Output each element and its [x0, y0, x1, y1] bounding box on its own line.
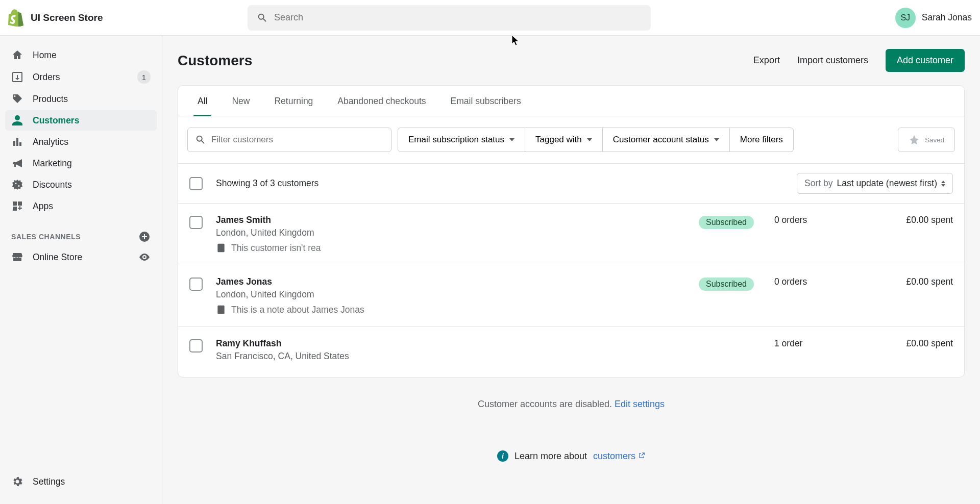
customer-list: James Smith London, United Kingdom This …	[178, 203, 964, 377]
star-icon	[909, 134, 920, 145]
note-icon	[216, 304, 226, 315]
filter-tagged[interactable]: Tagged with	[525, 128, 603, 152]
discount-icon	[11, 179, 23, 191]
disabled-text: Customer accounts are disabled.	[478, 399, 615, 409]
user-menu[interactable]: SJ Sarah Jonas	[895, 8, 972, 28]
sidebar: Home Orders 1 Products Customers Analyti…	[0, 36, 162, 504]
saved-label: Saved	[925, 136, 944, 144]
row-checkbox[interactable]	[189, 216, 203, 229]
showing-count: Showing 3 of 3 customers	[216, 178, 318, 189]
nav-analytics[interactable]: Analytics	[5, 132, 157, 152]
main-content: Customers Export Import customers Add cu…	[162, 36, 980, 504]
customers-card: All New Returning Abandoned checkouts Em…	[178, 85, 965, 377]
accounts-disabled-note: Customer accounts are disabled. Edit set…	[178, 399, 965, 410]
orders-icon	[11, 71, 23, 83]
tab-abandoned[interactable]: Abandoned checkouts	[325, 86, 438, 116]
learn-customers-link[interactable]: customers	[593, 451, 645, 462]
row-checkbox[interactable]	[189, 278, 203, 291]
nav-settings[interactable]: Settings	[5, 468, 157, 495]
search-icon	[257, 12, 268, 23]
tab-subscribers[interactable]: Email subscribers	[438, 86, 533, 116]
filter-label: Customer account status	[613, 135, 709, 145]
saved-button[interactable]: Saved	[898, 128, 955, 152]
external-link-icon	[638, 452, 645, 459]
amount-spent: £0.00 spent	[866, 215, 953, 225]
channel-online-store[interactable]: Online Store	[5, 247, 157, 267]
tag-icon	[11, 93, 23, 105]
add-channel-icon[interactable]	[138, 231, 151, 243]
edit-settings-link[interactable]: Edit settings	[615, 399, 665, 409]
avatar: SJ	[895, 8, 916, 28]
nav-label: Home	[33, 50, 151, 61]
row-main: James Jonas London, United Kingdom This …	[216, 276, 699, 315]
nav-label: Analytics	[33, 137, 151, 147]
logo-block: UI Screen Store	[8, 9, 103, 27]
customer-row[interactable]: James Smith London, United Kingdom This …	[178, 203, 964, 265]
nav-apps[interactable]: Apps	[5, 196, 157, 216]
export-button[interactable]: Export	[753, 55, 780, 66]
sort-value: Last update (newest first)	[837, 178, 937, 189]
view-store-icon[interactable]	[138, 251, 151, 263]
nav-discounts[interactable]: Discounts	[5, 174, 157, 195]
sort-carets-icon	[941, 181, 945, 187]
filter-label: More filters	[740, 135, 783, 145]
select-all-checkbox[interactable]	[189, 177, 203, 190]
customer-location: London, United Kingdom	[216, 289, 699, 300]
page-actions: Export Import customers Add customer	[753, 49, 965, 72]
amount-spent: £0.00 spent	[866, 276, 953, 287]
filter-label: Tagged with	[535, 135, 582, 145]
nav-label: Marketing	[33, 158, 151, 169]
row-checkbox[interactable]	[189, 339, 203, 352]
filter-group: Email subscription status Tagged with Cu…	[398, 128, 794, 152]
customer-row[interactable]: Ramy Khuffash San Francisco, CA, United …	[178, 326, 964, 377]
tab-all[interactable]: All	[185, 86, 219, 116]
filter-input[interactable]	[211, 135, 384, 145]
analytics-icon	[11, 136, 23, 148]
store-name[interactable]: UI Screen Store	[31, 12, 103, 23]
nav-label: Products	[33, 94, 151, 105]
learn-text: Learn more about	[514, 451, 587, 462]
row-main: Ramy Khuffash San Francisco, CA, United …	[216, 338, 693, 366]
customer-name: Ramy Khuffash	[216, 338, 693, 349]
shopify-logo-icon	[8, 9, 23, 27]
filter-account-status[interactable]: Customer account status	[603, 128, 730, 152]
megaphone-icon	[11, 157, 23, 169]
nav-products[interactable]: Products	[5, 89, 157, 109]
nav-home[interactable]: Home	[5, 45, 157, 65]
customer-name: James Jonas	[216, 276, 699, 287]
add-customer-button[interactable]: Add customer	[886, 49, 965, 72]
sales-channels-header: SALES CHANNELS	[5, 216, 157, 247]
orders-count: 0 orders	[774, 215, 866, 225]
tab-new[interactable]: New	[219, 86, 262, 116]
apps-icon	[11, 200, 23, 212]
sort-dropdown[interactable]: Sort by Last update (newest first)	[797, 173, 953, 194]
gear-icon	[11, 475, 23, 488]
customer-location: San Francisco, CA, United States	[216, 351, 693, 362]
nav-marketing[interactable]: Marketing	[5, 153, 157, 173]
nav-customers[interactable]: Customers	[5, 110, 157, 131]
filter-input-wrap[interactable]	[187, 128, 391, 152]
home-icon	[11, 49, 23, 61]
channel-label: Online Store	[33, 252, 129, 263]
tab-returning[interactable]: Returning	[262, 86, 325, 116]
chevron-down-icon	[714, 138, 719, 141]
person-icon	[11, 114, 23, 127]
info-icon: i	[497, 450, 508, 462]
search-box[interactable]	[248, 5, 651, 31]
search-container	[248, 5, 651, 31]
search-input[interactable]	[274, 12, 642, 23]
filter-more[interactable]: More filters	[730, 128, 794, 152]
user-name: Sarah Jonas	[922, 12, 972, 23]
customer-row[interactable]: James Jonas London, United Kingdom This …	[178, 265, 964, 326]
nav-label: Discounts	[33, 180, 151, 190]
filter-email-sub[interactable]: Email subscription status	[398, 128, 525, 152]
filters-row: Email subscription status Tagged with Cu…	[178, 116, 964, 163]
import-button[interactable]: Import customers	[797, 55, 868, 66]
search-icon	[195, 134, 206, 145]
row-main: James Smith London, United Kingdom This …	[216, 215, 699, 254]
nav-orders[interactable]: Orders 1	[5, 66, 157, 88]
top-bar: UI Screen Store SJ Sarah Jonas	[0, 0, 980, 36]
nav-label: Apps	[33, 201, 151, 212]
status-badge: Subscribed	[699, 216, 754, 229]
orders-badge: 1	[137, 70, 151, 84]
